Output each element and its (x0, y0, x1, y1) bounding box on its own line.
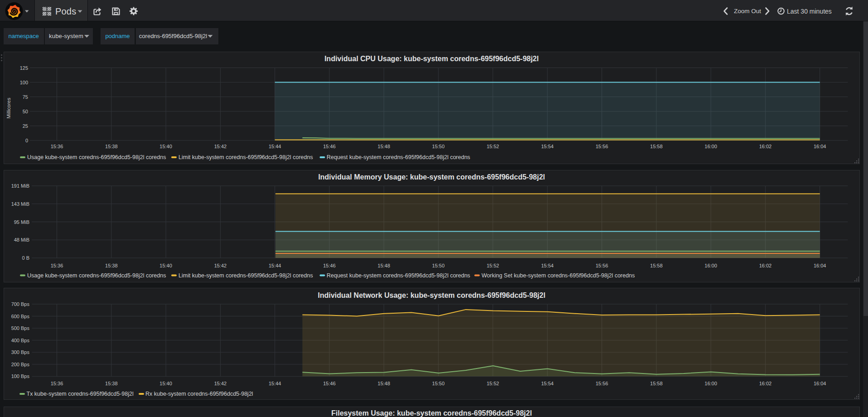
svg-text:Millicores: Millicores (6, 97, 11, 118)
